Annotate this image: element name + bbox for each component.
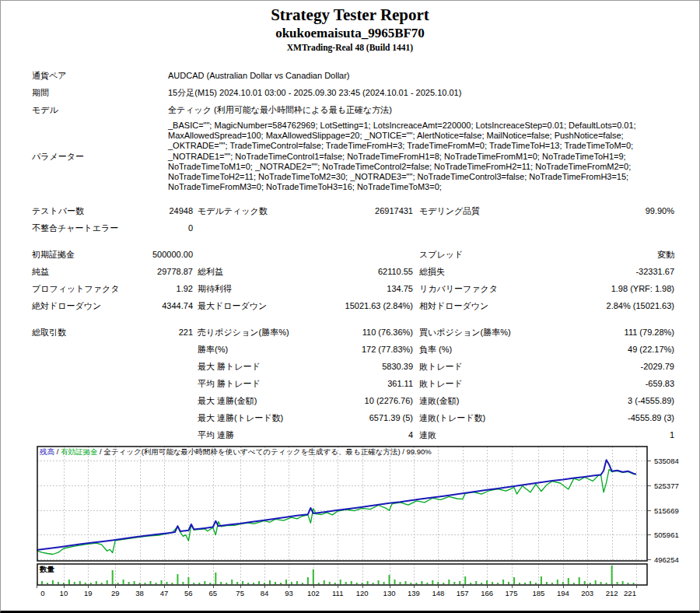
chart-legend: 残高 / 有効証拠金 / 全ティック(利用可能な最小時間枠を使いすべてのティック… bbox=[39, 447, 432, 456]
stat-value: 221 bbox=[149, 328, 193, 337]
volume-bar bbox=[156, 583, 157, 584]
volume-bar bbox=[470, 583, 471, 584]
x-axis-label: 130 bbox=[383, 589, 396, 597]
stat-value: 1 bbox=[549, 430, 674, 440]
volume-bar bbox=[432, 580, 433, 584]
stat-value: 10 (2276.76) bbox=[327, 396, 413, 405]
stat-label: 最大 勝トレード bbox=[193, 361, 327, 373]
statistics-table: テストバー数24948モデルティック数26917431モデリング品質99.90%… bbox=[1, 202, 699, 443]
volume-bar bbox=[150, 581, 152, 584]
stat-value: 6571.39 (5) bbox=[327, 413, 413, 422]
x-axis-label: 102 bbox=[307, 589, 320, 597]
stats-section: 初期証拠金500000.00スプレッド変動純益29778.87総利益62110.… bbox=[32, 246, 674, 314]
stats-section: 総取引数221売りポジション(勝率%)110 (76.36%)買いポジション(勝… bbox=[32, 324, 674, 443]
stat-value: -2029.79 bbox=[549, 362, 674, 371]
x-axis-label: 19 bbox=[84, 589, 93, 597]
info-value: AUDCAD (Australian Dollar vs Canadian Do… bbox=[168, 71, 688, 80]
parameter-line: NoTradeTimeToM1=0; _NOTRADE2=""; NoTrade… bbox=[168, 162, 636, 172]
volume-bar bbox=[296, 581, 298, 584]
volume-bar bbox=[275, 582, 276, 584]
volume-bar bbox=[264, 583, 265, 584]
volume-bar bbox=[453, 582, 455, 584]
volume-bar bbox=[247, 583, 249, 584]
volume-bar bbox=[546, 582, 548, 584]
volume-bar bbox=[486, 580, 488, 584]
volume-bar bbox=[633, 583, 635, 584]
volume-bar bbox=[220, 582, 222, 584]
stat-label: 買いポジション(勝率%) bbox=[413, 327, 549, 338]
stat-row: 総取引数221売りポジション(勝率%)110 (76.36%)買いポジション(勝… bbox=[32, 324, 674, 341]
x-axis-label: 148 bbox=[432, 589, 444, 597]
parameters-value: _BASIC=""; MagicNumber=584762969; LotSet… bbox=[168, 121, 636, 192]
volume-bar bbox=[400, 582, 401, 584]
volume-bar bbox=[383, 582, 385, 584]
stat-label: 平均 連勝 bbox=[193, 429, 327, 441]
volume-bar bbox=[182, 582, 184, 584]
x-axis-label: 10 bbox=[60, 589, 68, 597]
server-build: XMTrading-Real 48 (Build 1441) bbox=[1, 42, 699, 54]
x-axis-label: 65 bbox=[208, 589, 217, 597]
volume-label: 数量 bbox=[39, 565, 55, 573]
volume-bar bbox=[590, 583, 591, 584]
stat-label: モデルティック数 bbox=[193, 205, 327, 217]
stat-row: テストバー数24948モデルティック数26917431モデリング品質99.90% bbox=[32, 202, 674, 219]
volume-bar bbox=[161, 580, 163, 584]
stat-label: スプレッド bbox=[413, 249, 549, 261]
volume-bar bbox=[345, 582, 347, 584]
volume-bar bbox=[85, 583, 86, 584]
stat-value: 2.84% (15021.63) bbox=[549, 301, 674, 310]
legend-separator: / bbox=[54, 447, 61, 456]
stat-label: 勝率(%) bbox=[193, 344, 327, 356]
info-label: 通貨ペア bbox=[32, 70, 168, 82]
x-axis-label: 212 bbox=[606, 589, 618, 597]
volume-bar bbox=[193, 583, 194, 584]
volume-bar bbox=[324, 580, 325, 584]
x-axis-label: 157 bbox=[457, 589, 469, 597]
stat-label: 最大 連勝(金額) bbox=[193, 395, 327, 407]
report-title: Strategy Tester Report bbox=[1, 1, 699, 25]
info-label: モデル bbox=[32, 104, 168, 116]
legend-separator: / bbox=[97, 447, 103, 456]
volume-bar bbox=[41, 581, 43, 584]
volume-bar bbox=[573, 583, 575, 584]
volume-bar bbox=[58, 582, 59, 584]
volume-bar bbox=[389, 575, 390, 584]
info-row: 通貨ペアAUDCAD (Australian Dollar vs Canadia… bbox=[1, 67, 699, 84]
parameter-line: _OKTRADE=""; TradeTimeControl=false; Tra… bbox=[168, 141, 636, 151]
stat-value: 62110.55 bbox=[327, 267, 413, 276]
stat-value: 361.11 bbox=[327, 379, 413, 388]
volume-bar bbox=[74, 582, 75, 584]
stat-value: 29778.87 bbox=[149, 267, 193, 276]
x-axis-label: 175 bbox=[506, 589, 518, 597]
volume-bar bbox=[128, 582, 130, 584]
stat-label: 純益 bbox=[32, 266, 149, 278]
x-axis-label: 38 bbox=[135, 589, 144, 597]
stat-value: 172 (77.83%) bbox=[327, 345, 413, 354]
stat-row: プロフィットファクタ1.92期待利得134.75リカバリーファクタ1.98 (Y… bbox=[32, 280, 674, 297]
volume-bar bbox=[541, 576, 542, 584]
volume-bar bbox=[606, 583, 607, 584]
stat-value: 5830.39 bbox=[327, 362, 413, 371]
volume-bar bbox=[269, 580, 271, 584]
legend-quality: / 99.90% bbox=[401, 447, 432, 456]
volume-bar bbox=[584, 581, 586, 584]
x-axis-label: 166 bbox=[481, 589, 493, 597]
volume-bar bbox=[90, 583, 92, 584]
stat-label: 総取引数 bbox=[32, 327, 149, 338]
volume-bar bbox=[52, 580, 54, 584]
volume-bar bbox=[231, 580, 233, 584]
stat-label: 敗トレード bbox=[413, 361, 549, 373]
volume-bar bbox=[123, 580, 124, 584]
volume-bar bbox=[530, 581, 531, 584]
volume-bar bbox=[134, 581, 135, 584]
stat-label: 負率 (%) bbox=[413, 344, 549, 356]
stat-value: 24948 bbox=[149, 206, 193, 215]
volume-bar bbox=[535, 583, 537, 584]
stat-value: 110 (76.36%) bbox=[327, 328, 413, 337]
parameter-line: _NOTRADE1=""; NoTradeTimeControl1=false;… bbox=[168, 152, 636, 162]
stat-value: 99.90% bbox=[549, 206, 674, 215]
volume-bar bbox=[579, 577, 580, 584]
stat-value: 15021.63 (2.84%) bbox=[327, 301, 413, 310]
volume-bar bbox=[68, 580, 70, 584]
volume-bar bbox=[209, 583, 211, 584]
